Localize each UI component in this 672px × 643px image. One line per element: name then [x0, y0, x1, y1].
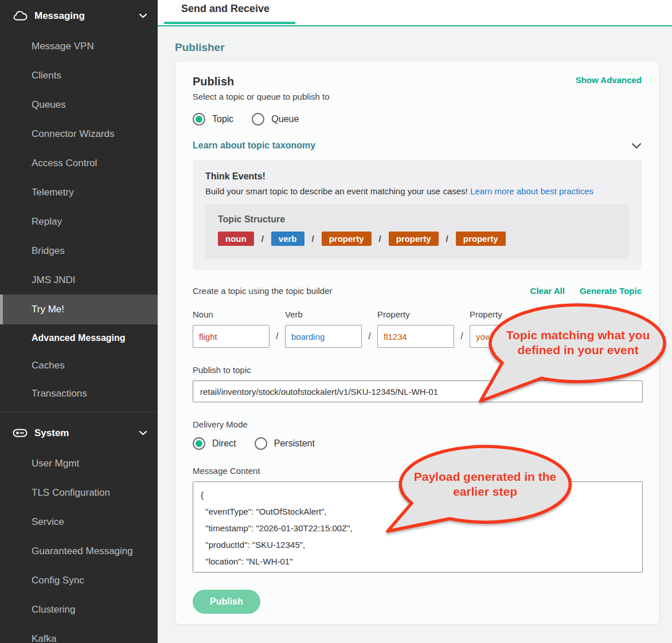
persistent-radio-label: Persistent [274, 438, 315, 449]
queue-radio[interactable]: Queue [252, 113, 299, 126]
publish-panel: Publish Show Advanced Select a topic or … [175, 61, 659, 625]
property-badge: property [456, 232, 506, 246]
verb-badge: verb [271, 232, 304, 246]
sidebar-item-caches[interactable]: Caches [0, 351, 158, 379]
sidebar: Messaging Message VPN Clients Queues Con… [0, 0, 158, 643]
chevron-down-icon [139, 13, 147, 18]
system-icon [13, 429, 28, 437]
tab-send-and-receive[interactable]: Send and Receive [181, 3, 269, 15]
destination-radio-group: Topic Queue [193, 113, 642, 126]
sidebar-item-access-control[interactable]: Access Control [0, 148, 158, 178]
sidebar-item-service[interactable]: Service [0, 507, 158, 536]
sidebar-item-clustering[interactable]: Clustering [0, 595, 158, 624]
think-events-box: Think Events! Build your smart topic to … [193, 160, 642, 270]
publish-button[interactable]: Publish [193, 590, 260, 614]
verb-field-label: Verb [285, 309, 362, 319]
delivery-mode-radio-group: Direct Persistent [193, 437, 642, 450]
direct-radio[interactable]: Direct [193, 437, 236, 450]
property-badge: property [322, 232, 372, 246]
verb-input[interactable] [285, 325, 362, 348]
tab-bar: Send and Receive [158, 0, 672, 26]
topic-structure-badges: noun / verb / property / property / prop… [218, 232, 616, 246]
message-content-label: Message Content [193, 466, 642, 476]
description-text: Build your smart topic to describe an ev… [205, 186, 470, 196]
publish-panel-title: Publish [193, 75, 234, 88]
topic-taxonomy-link[interactable]: Learn about topic taxonomy [193, 140, 315, 151]
sidebar-section-system[interactable]: System [0, 417, 158, 449]
sidebar-item-message-vpn[interactable]: Message VPN [0, 32, 158, 61]
property-field-label: Property [470, 309, 546, 319]
separator: / [454, 331, 470, 348]
noun-input[interactable] [193, 325, 269, 348]
best-practices-link[interactable]: Learn more about best practices [470, 186, 593, 196]
sidebar-item-jms-jndi[interactable]: JMS JNDI [0, 265, 158, 295]
persistent-radio[interactable]: Persistent [255, 437, 315, 450]
sidebar-item-replay[interactable]: Replay [0, 207, 158, 236]
separator: / [446, 234, 448, 244]
separator: / [362, 331, 377, 348]
show-advanced-link[interactable]: Show Advanced [576, 75, 642, 85]
radio-circle [193, 437, 205, 450]
publish-panel-subtitle: Select a topic or queue to publish to [193, 92, 642, 101]
sidebar-item-transactions[interactable]: Transactions [0, 379, 158, 407]
separator: / [261, 234, 264, 244]
direct-radio-label: Direct [212, 438, 236, 449]
publish-to-topic-input[interactable] [193, 381, 643, 402]
sidebar-section-label: Messaging [34, 10, 139, 22]
think-events-title: Think Events! [205, 171, 629, 182]
publisher-section-title: Publisher [175, 41, 672, 54]
chevron-down-icon [139, 430, 147, 436]
sidebar-item-config-sync[interactable]: Config Sync [0, 566, 158, 595]
topic-radio-label: Topic [212, 114, 233, 124]
sidebar-item-connector-wizards[interactable]: Connector Wizards [0, 119, 158, 148]
property-badge: property [389, 232, 439, 246]
radio-circle [255, 437, 267, 450]
property-input-1[interactable] [377, 325, 454, 348]
message-content-textarea[interactable]: { "eventType": "OutOfStockAlert", "times… [193, 481, 643, 573]
delivery-mode-label: Delivery Mode [193, 419, 642, 429]
topic-builder-fields: Noun / Verb / Property / Property [193, 309, 642, 348]
property-field-label: Property [377, 309, 454, 319]
sidebar-item-telemetry[interactable]: Telemetry [0, 178, 158, 207]
sidebar-item-guaranteed-messaging[interactable]: Guaranteed Messaging [0, 536, 158, 566]
think-events-description: Build your smart topic to describe an ev… [205, 186, 629, 196]
topic-radio[interactable]: Topic [193, 113, 233, 126]
clear-all-link[interactable]: Clear All [530, 286, 565, 296]
sidebar-item-user-mgmt[interactable]: User Mgmt [0, 449, 158, 478]
separator: / [269, 331, 285, 348]
sidebar-item-kafka[interactable]: Kafka [0, 624, 158, 643]
main-content: Send and Receive Publisher Publish Show … [158, 0, 672, 643]
topic-builder-title: Create a topic using the topic builder [193, 286, 332, 296]
radio-circle [193, 113, 205, 126]
active-tab-underline [164, 22, 295, 24]
sidebar-item-queues[interactable]: Queues [0, 90, 158, 119]
noun-badge: noun [218, 232, 254, 246]
generate-topic-link[interactable]: Generate Topic [580, 286, 642, 296]
publish-to-topic-label: Publish to topic [193, 365, 642, 375]
sidebar-item-bridges[interactable]: Bridges [0, 236, 158, 265]
radio-circle [252, 113, 264, 126]
topic-structure-box: Topic Structure noun / verb / property /… [205, 204, 629, 258]
queue-radio-label: Queue [271, 114, 299, 124]
property-input-2[interactable] [470, 325, 546, 348]
chevron-down-icon[interactable] [631, 143, 642, 149]
sidebar-item-try-me[interactable]: Try Me! [0, 295, 158, 324]
noun-field-label: Noun [193, 309, 269, 319]
sidebar-section-label: System [34, 428, 139, 439]
separator: / [379, 234, 381, 244]
sidebar-item-clients[interactable]: Clients [0, 61, 158, 90]
sidebar-section-messaging[interactable]: Messaging [0, 0, 158, 32]
topic-structure-title: Topic Structure [218, 214, 616, 225]
sidebar-divider [0, 412, 158, 413]
cloud-icon [13, 10, 28, 21]
sidebar-item-tls-configuration[interactable]: TLS Configuration [0, 478, 158, 507]
separator: / [312, 234, 314, 244]
sidebar-item-advanced-messaging[interactable]: Advanced Messaging [0, 324, 158, 351]
